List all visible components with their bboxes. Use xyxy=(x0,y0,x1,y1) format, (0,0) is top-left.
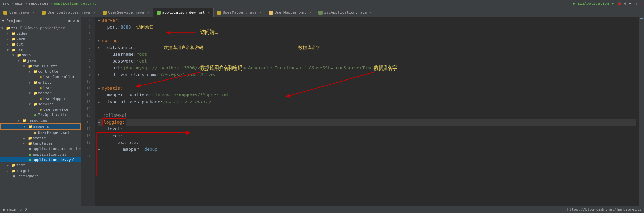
tree-item-user[interactable]: ► ● User xyxy=(0,85,81,90)
editor-area: 1 2 3 4 5 6 7 8 9 10 11 12 13 14 15 16 1… xyxy=(81,17,644,206)
line-num-8: 8 xyxy=(81,65,93,71)
line-num-18: 18 xyxy=(81,132,93,139)
tab-userservice-java[interactable]: UserService.java ✕ xyxy=(99,8,153,17)
tree-item-service[interactable]: ▼ 📁 service xyxy=(0,101,81,107)
settings-button[interactable]: ⚙ xyxy=(624,1,627,6)
tree-item-test[interactable]: ► 📁 test xyxy=(0,162,81,168)
tree-item-zzzapplication[interactable]: ► ● ZzzApplication xyxy=(0,112,81,118)
tree-label: target xyxy=(16,168,81,173)
tree-label: controller xyxy=(38,69,81,74)
tree-item-mappers[interactable]: ▼ 📁 mappers xyxy=(0,123,81,130)
tree-item-java[interactable]: ▼ 📁 java xyxy=(0,58,81,63)
tree-item-templates[interactable]: ► 📁 templates xyxy=(0,141,81,146)
line-num-3: 3 xyxy=(81,31,93,37)
tree-item-usercontroller[interactable]: ► ● UserController xyxy=(0,74,81,79)
folder-open-icon: 📁 xyxy=(22,118,27,123)
tree-item-userservice[interactable]: ► ● UserService xyxy=(0,107,81,112)
code-line-14 xyxy=(98,105,636,112)
file-icon: ■ xyxy=(11,174,16,178)
tree-arrow: ▼ xyxy=(29,102,33,106)
top-bar-actions: ▶ ZzzApplication ▶ 🐞 ⚙ − □ ✕ xyxy=(573,1,641,6)
tab-close-icon[interactable]: ✕ xyxy=(260,11,262,14)
tab-close-icon[interactable]: ✕ xyxy=(309,11,311,14)
code-line-4: ► spring: xyxy=(98,37,636,44)
line-num-7: 7 xyxy=(81,58,93,65)
right-scrollbar[interactable] xyxy=(639,17,644,206)
folder-open-icon: 📁 xyxy=(28,124,33,129)
annotation-db-name: 数据库名字 xyxy=(298,44,320,51)
tree-item-com-zls-zzz[interactable]: ▼ 📁 com.zls.zzz xyxy=(0,63,81,69)
tree-label: .idea xyxy=(16,31,81,36)
run-button[interactable]: ▶ xyxy=(612,1,614,6)
tree-item-usermapper-xml[interactable]: ► ■ UserMapper.xml xyxy=(0,130,81,135)
tree-label: UserMapper xyxy=(43,96,81,101)
tree-arrow: ▼ xyxy=(23,64,27,68)
code-editor[interactable]: 访问端口 数据库用户名和密码 数据库名字 xyxy=(95,17,639,206)
line-num-14: 14 xyxy=(81,105,93,112)
tree-label: mapper xyxy=(38,91,81,95)
line-num-6: 6 xyxy=(81,51,93,58)
tab-user-java[interactable]: User.java ✕ xyxy=(0,8,38,17)
tree-item-application-dev-yml[interactable]: ► ■ application-dev.yml xyxy=(0,157,81,162)
tab-close-icon[interactable]: ✕ xyxy=(147,11,149,14)
line-number-gutter: 1 2 3 4 5 6 7 8 9 10 11 12 13 14 15 16 1… xyxy=(81,17,95,206)
java-icon xyxy=(42,11,46,15)
minimize-button[interactable]: − xyxy=(629,1,631,6)
tab-label: UserMapper.xml xyxy=(275,10,306,15)
tree-item-main[interactable]: ▼ 📁 main xyxy=(0,52,81,58)
folder-open-icon: 📁 xyxy=(5,25,11,30)
line-num-5: 5 xyxy=(81,44,93,51)
tab-zzzapplication-java[interactable]: ZzzApplication.java ✕ xyxy=(315,8,376,17)
tree-label: .gitignore xyxy=(16,174,81,178)
sidebar-settings-icon[interactable]: ⚙ xyxy=(73,19,75,23)
tree-label: templates xyxy=(33,141,81,146)
tab-usermapper-java[interactable]: UserMapper.java ✕ xyxy=(214,8,265,17)
debug-button[interactable]: 🐞 xyxy=(617,1,622,6)
code-line-2: ► port: 8888 访问端口 xyxy=(98,24,636,31)
line-num-2: 2 xyxy=(81,24,93,31)
tree-item-mapper-pkg[interactable]: ▼ 📁 mapper xyxy=(0,90,81,96)
tree-item-static[interactable]: ► 📁 static xyxy=(0,135,81,141)
tab-close-icon[interactable]: ✕ xyxy=(33,11,35,14)
tab-close-icon[interactable]: ✕ xyxy=(93,11,95,14)
breadcrumb-src: src xyxy=(3,1,10,6)
maximize-button[interactable]: □ xyxy=(634,1,637,6)
tree-item-controller[interactable]: ▼ 📁 controller xyxy=(0,69,81,74)
folder-open-icon: 📁 xyxy=(33,91,38,95)
tree-item-src[interactable]: ▼ 📁 src xyxy=(0,47,81,52)
code-line-6: ► username: root xyxy=(98,51,636,58)
tree-item-target[interactable]: ► 📁 target xyxy=(0,168,81,173)
yaml-icon: ■ xyxy=(27,152,33,157)
tree-item-out[interactable]: ► 📁 out xyxy=(0,41,81,47)
code-line-1: ► server: xyxy=(98,17,636,24)
tree-label: application.properties.bak xyxy=(33,147,81,151)
tree-label: java xyxy=(27,58,81,63)
tab-close-icon[interactable]: ✕ xyxy=(208,11,210,14)
tree-arrow: ▼ xyxy=(29,70,33,73)
tree-item-application-properties-bak[interactable]: ► ■ application.properties.bak xyxy=(0,146,81,152)
java-icon xyxy=(3,11,7,15)
tree-item-gitignore[interactable]: ► ■ .gitignore xyxy=(0,173,81,179)
line-num-21: 21 xyxy=(81,153,93,160)
tree-item-application-yml[interactable]: ► ■ application.yml xyxy=(0,152,81,157)
tab-application-dev-yml[interactable]: application-dev.yml ✕ xyxy=(153,8,214,17)
tree-arrow: ► xyxy=(23,136,27,140)
close-button[interactable]: ✕ xyxy=(639,1,641,6)
code-line-10 xyxy=(98,78,636,85)
tree-item-mvn[interactable]: ► 📁 .mvn xyxy=(0,36,81,41)
tree-arrow: ► xyxy=(7,42,11,46)
sidebar-sync-icon[interactable]: ⇋ xyxy=(68,19,71,23)
tree-item-idea[interactable]: ► 📁 .idea xyxy=(0,31,81,36)
code-line-5: ► datasource: 数据库用户名和密码 数据库名字 xyxy=(98,44,636,51)
tree-arrow: ► xyxy=(7,32,11,35)
tree-item-usermapper-java[interactable]: ► ● UserMapper xyxy=(0,96,81,101)
tab-usermapper-xml[interactable]: UserMapper.xml ✕ xyxy=(265,8,315,17)
tree-item-zzz[interactable]: ▼ 📁 zzz C:\Maven_project\zzz xyxy=(0,25,81,31)
tab-usercontroller-java[interactable]: UserController.java ✕ xyxy=(38,8,99,17)
tree-item-entity[interactable]: ▼ 📁 entity xyxy=(0,79,81,85)
code-line-15: #allowSql xyxy=(98,112,636,119)
line-num-17: 17 xyxy=(81,126,93,132)
sidebar-close-icon[interactable]: ✕ xyxy=(77,19,79,23)
tree-item-resources[interactable]: ▼ 📁 resources xyxy=(0,118,81,123)
tab-close-icon[interactable]: ✕ xyxy=(370,11,372,14)
